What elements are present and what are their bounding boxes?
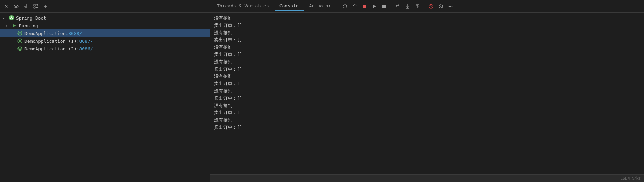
rerun-button[interactable] — [340, 2, 349, 11]
mute-button[interactable] — [436, 2, 445, 11]
svg-point-17 — [19, 33, 21, 34]
console-line: 没有抢到 — [214, 117, 640, 124]
app-port-1: :8087/ — [77, 38, 93, 44]
app-name-2: DemoApplication (2) — [24, 46, 77, 51]
console-line: 卖出订单：[] — [214, 124, 640, 131]
console-line: 没有抢到 — [214, 58, 640, 66]
left-toolbar: ✕ — [0, 0, 210, 13]
plus-button[interactable] — [41, 2, 50, 10]
close-button[interactable]: ✕ — [2, 2, 10, 10]
console-line: 卖出订单：[] — [214, 22, 640, 29]
springboot-icon — [8, 15, 15, 21]
console-area: 没有抢到卖出订单：[]没有抢到卖出订单：[]没有抢到卖出订单：[]没有抢到卖出订… — [210, 13, 644, 174]
filter-button[interactable] — [22, 2, 30, 10]
console-line: 没有抢到 — [214, 29, 640, 37]
running-label: Running — [19, 23, 38, 28]
svg-rect-8 — [34, 7, 35, 8]
resume-button[interactable] — [370, 2, 379, 11]
tree-springboot[interactable]: ▾ Spring Boot — [0, 14, 210, 22]
tree-app-2[interactable]: DemoApplication (2) :8086/ — [0, 45, 210, 52]
run-icon — [11, 23, 17, 28]
tab-threads-variables[interactable]: Threads & Variables — [212, 1, 274, 11]
status-bar: CSDN @小z — [210, 174, 644, 182]
svg-point-49 — [452, 6, 453, 7]
console-line: 没有抢到 — [214, 44, 640, 51]
svg-rect-6 — [34, 4, 35, 6]
tab-console[interactable]: Console — [275, 1, 304, 11]
svg-marker-35 — [373, 5, 376, 8]
no-arrow-2 — [11, 47, 17, 51]
more-button[interactable] — [446, 2, 455, 11]
svg-point-1 — [15, 6, 17, 7]
eye-button[interactable] — [12, 2, 20, 10]
step-over-button[interactable] — [393, 2, 402, 11]
svg-point-47 — [449, 6, 450, 7]
right-toolbar: Threads & Variables Console Actuator — [210, 0, 644, 13]
console-line: 没有抢到 — [214, 15, 640, 22]
svg-point-23 — [19, 40, 21, 42]
gear-icon-0 — [17, 30, 23, 36]
pause-button[interactable] — [380, 2, 389, 11]
right-panel: Threads & Variables Console Actuator — [210, 0, 644, 182]
tree-app-1[interactable]: DemoApplication (1) :8087/ — [0, 37, 210, 45]
separator-3 — [424, 3, 424, 10]
no-arrow-1 — [11, 39, 17, 43]
main-layout: ✕ — [0, 0, 644, 182]
springboot-label: Spring Boot — [16, 15, 46, 21]
no-arrow-0 — [11, 31, 17, 35]
svg-rect-34 — [363, 5, 366, 8]
svg-rect-7 — [36, 4, 38, 6]
svg-line-44 — [430, 5, 432, 8]
left-panel: ✕ — [0, 0, 210, 182]
expand-arrow-springboot: ▾ — [3, 16, 8, 20]
svg-point-13 — [9, 15, 14, 20]
stop-button[interactable] — [360, 2, 369, 11]
restore-button[interactable] — [350, 2, 359, 11]
app-port-2: :8086/ — [77, 46, 93, 51]
console-line: 没有抢到 — [214, 88, 640, 95]
svg-marker-15 — [13, 24, 16, 27]
svg-point-48 — [450, 6, 451, 7]
step-into-button[interactable] — [403, 2, 412, 11]
tree-running[interactable]: ▾ Running — [0, 22, 210, 29]
app-name-0: DemoApplication — [24, 31, 65, 36]
add-tab-button[interactable] — [31, 2, 40, 10]
tree-app-0[interactable]: DemoApplication :8088/ — [0, 29, 210, 37]
svg-rect-36 — [382, 5, 384, 8]
console-line: 没有抢到 — [214, 73, 640, 80]
tab-actuator[interactable]: Actuator — [304, 1, 336, 11]
separator-1 — [338, 3, 338, 10]
separator-2 — [391, 3, 391, 10]
console-line: 卖出订单：[] — [214, 36, 640, 44]
console-line: 没有抢到 — [214, 102, 640, 110]
console-line: 卖出订单：[] — [214, 109, 640, 117]
step-out-button[interactable] — [413, 2, 422, 11]
status-text: CSDN @小z — [621, 176, 641, 181]
svg-rect-37 — [384, 5, 386, 8]
gear-icon-2 — [17, 46, 23, 51]
app-name-1: DemoApplication (1) — [24, 38, 77, 44]
console-line: 卖出订单：[] — [214, 51, 640, 58]
console-line: 卖出订单：[] — [214, 80, 640, 88]
app-port-0: :8088/ — [65, 31, 82, 36]
gear-icon-1 — [17, 38, 23, 44]
console-line: 卖出订单：[] — [214, 66, 640, 73]
tree-area: ▾ Spring Boot ▾ Runnin — [0, 13, 210, 182]
expand-arrow-running: ▾ — [6, 24, 11, 28]
svg-point-29 — [19, 48, 21, 50]
console-line: 卖出订单：[] — [214, 95, 640, 102]
stop-all-button[interactable] — [426, 2, 436, 11]
